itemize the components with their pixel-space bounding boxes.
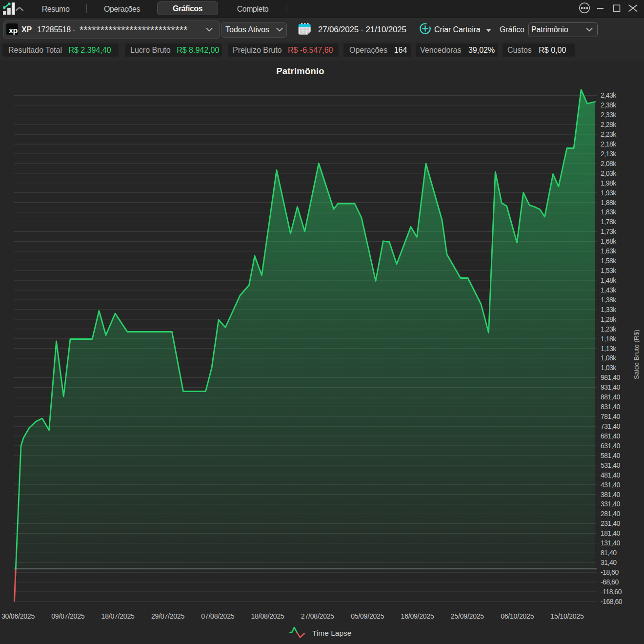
svg-text:2,08k: 2,08k [601, 160, 617, 167]
svg-text:16/09/2025: 16/09/2025 [401, 612, 434, 620]
svg-text:1,33k: 1,33k [601, 306, 617, 313]
svg-text:Time Lapse: Time Lapse [312, 629, 351, 637]
svg-text:181,40: 181,40 [601, 529, 621, 537]
svg-text:881,40: 881,40 [601, 393, 621, 401]
svg-text:27/08/2025: 27/08/2025 [301, 612, 334, 620]
svg-text:07/08/2025: 07/08/2025 [201, 612, 234, 620]
svg-text:781,40: 781,40 [601, 413, 621, 420]
svg-text:331,40: 331,40 [601, 500, 621, 508]
svg-text:1,23k: 1,23k [601, 325, 617, 333]
svg-text:1,68k: 1,68k [601, 237, 617, 245]
svg-text:1,53k: 1,53k [601, 267, 617, 274]
svg-text:1,78k: 1,78k [601, 218, 617, 226]
svg-text:2,43k: 2,43k [601, 91, 617, 99]
svg-text:81,40: 81,40 [601, 549, 617, 557]
svg-text:30/06/2025: 30/06/2025 [1, 612, 35, 620]
svg-text:1,28k: 1,28k [601, 315, 617, 323]
svg-text:25/09/2025: 25/09/2025 [451, 612, 484, 620]
svg-text:481,40: 481,40 [601, 471, 621, 479]
svg-text:1,43k: 1,43k [601, 286, 617, 294]
svg-text:1,48k: 1,48k [601, 276, 617, 284]
svg-text:1,98k: 1,98k [601, 179, 617, 187]
svg-text:-68,60: -68,60 [601, 578, 619, 586]
svg-text:1,38k: 1,38k [601, 296, 617, 304]
svg-text:1,58k: 1,58k [601, 257, 617, 265]
svg-text:Patrimônio: Patrimônio [276, 66, 324, 76]
svg-text:15/10/2025: 15/10/2025 [550, 612, 584, 620]
svg-text:381,40: 381,40 [601, 491, 621, 499]
svg-text:06/10/2025: 06/10/2025 [501, 612, 534, 620]
svg-text:29/07/2025: 29/07/2025 [151, 612, 184, 620]
svg-text:Saldo Bruto (R$): Saldo Bruto (R$) [633, 330, 640, 379]
svg-text:05/09/2025: 05/09/2025 [351, 612, 384, 620]
svg-text:581,40: 581,40 [601, 452, 621, 459]
svg-text:31,40: 31,40 [601, 559, 617, 566]
svg-text:131,40: 131,40 [601, 539, 621, 547]
svg-text:831,40: 831,40 [601, 403, 621, 411]
svg-text:1,63k: 1,63k [601, 247, 617, 255]
svg-text:681,40: 681,40 [601, 432, 621, 440]
svg-text:731,40: 731,40 [601, 422, 621, 430]
svg-text:1,08k: 1,08k [601, 354, 617, 362]
svg-text:-118,60: -118,60 [601, 588, 622, 596]
svg-text:2,13k: 2,13k [601, 150, 617, 158]
svg-text:981,40: 981,40 [601, 374, 621, 381]
svg-text:09/07/2025: 09/07/2025 [51, 612, 84, 620]
svg-text:1,88k: 1,88k [601, 199, 617, 207]
svg-text:2,28k: 2,28k [601, 121, 617, 128]
svg-text:431,40: 431,40 [601, 481, 621, 489]
svg-text:-168,60: -168,60 [601, 598, 623, 605]
svg-text:281,40: 281,40 [601, 510, 621, 518]
svg-text:1,18k: 1,18k [601, 335, 617, 343]
svg-text:1,83k: 1,83k [601, 208, 617, 216]
svg-text:2,23k: 2,23k [601, 130, 617, 138]
svg-text:2,33k: 2,33k [601, 111, 617, 119]
svg-text:531,40: 531,40 [601, 461, 621, 469]
svg-text:18/08/2025: 18/08/2025 [251, 612, 284, 620]
svg-text:1,03k: 1,03k [601, 364, 617, 372]
svg-text:2,38k: 2,38k [601, 101, 617, 109]
svg-text:1,93k: 1,93k [601, 189, 617, 197]
svg-text:1,13k: 1,13k [601, 345, 617, 353]
svg-text:231,40: 231,40 [601, 519, 621, 527]
svg-text:631,40: 631,40 [601, 442, 621, 450]
svg-text:2,18k: 2,18k [601, 140, 617, 148]
svg-text:1,73k: 1,73k [601, 228, 617, 235]
svg-text:2,03k: 2,03k [601, 169, 617, 177]
svg-text:18/07/2025: 18/07/2025 [101, 612, 135, 620]
svg-text:931,40: 931,40 [601, 383, 621, 391]
svg-text:-18,60: -18,60 [601, 568, 619, 576]
